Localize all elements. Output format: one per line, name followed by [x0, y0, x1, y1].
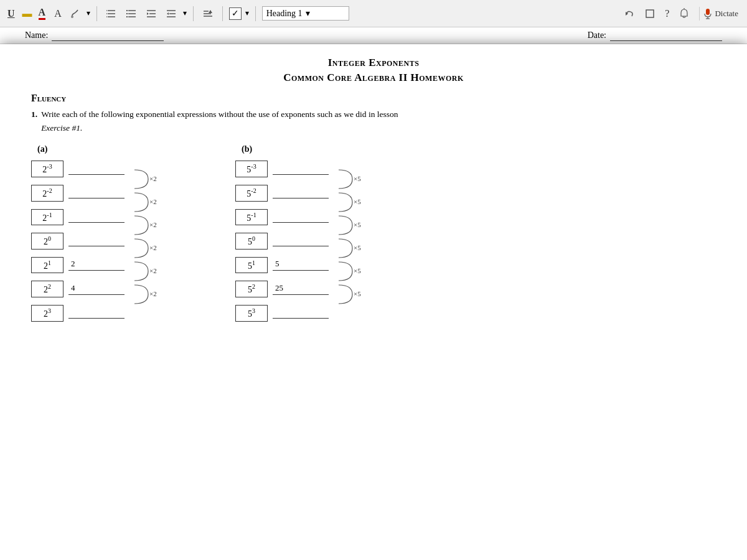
table-row: 23 — [31, 305, 125, 322]
table-row: 5-2 — [235, 185, 329, 202]
underline-button[interactable]: U — [5, 7, 17, 21]
svg-text:×2: ×2 — [149, 198, 157, 205]
answer-line-b6[interactable] — [273, 307, 329, 319]
svg-text:×2: ×2 — [149, 290, 157, 297]
svg-rect-10 — [126, 10, 128, 11]
answer-line-a0[interactable] — [68, 164, 125, 175]
part-b-label: (b) — [242, 144, 252, 154]
answer-line-b2[interactable] — [273, 212, 329, 223]
problem-text-italic: Exercise #1. — [41, 123, 82, 133]
toolbar: U ▬ A A ▾ — [0, 0, 747, 27]
highlight-icon: ▬ — [22, 8, 32, 19]
dropdown-arrow-list[interactable]: ▾ — [183, 9, 187, 18]
name-input[interactable] — [52, 30, 164, 41]
heading-dropdown[interactable]: Heading 1 ▾ — [262, 6, 349, 21]
svg-text:×5: ×5 — [354, 175, 361, 182]
question-icon[interactable]: ? — [662, 7, 672, 21]
answer-line-a5[interactable]: 4 — [68, 284, 125, 295]
part-b-inner: 5-3 5-2 5-1 50 — [235, 161, 365, 335]
svg-rect-12 — [126, 16, 128, 17]
table-row: 52 25 — [235, 281, 329, 297]
answer-line-b4[interactable]: 5 — [273, 259, 329, 271]
expr-box-a5: 22 — [31, 281, 63, 297]
brace-col-a: ×2 ×2 ×2 ×2 ×2 — [129, 161, 161, 335]
dictate-button[interactable]: Dictate — [699, 7, 742, 21]
separator4 — [255, 6, 256, 21]
answer-line-a3[interactable] — [68, 235, 125, 246]
part-a-label: (a) — [37, 144, 47, 154]
section-heading: Fluency — [31, 93, 716, 104]
doc-title-line2: Common Core Algebra II Homework — [31, 72, 716, 84]
svg-rect-26 — [646, 10, 654, 17]
table-row: 2-3 — [31, 161, 125, 177]
expr-box-a1: 2-2 — [31, 185, 63, 202]
table-row: 5-1 — [235, 209, 329, 226]
expr-box-a6: 23 — [31, 305, 63, 322]
answer-line-b0[interactable] — [273, 164, 329, 175]
brace-col-b: ×5 ×5 ×5 ×5 ×5 ×5 — [334, 161, 365, 335]
brace-svg-b: ×5 ×5 ×5 ×5 ×5 ×5 — [334, 167, 365, 329]
answer-line-b3[interactable] — [273, 235, 329, 246]
exercises-wrapper: (a) 2-3 2-2 2-1 — [31, 144, 716, 335]
undo-icon[interactable] — [621, 7, 637, 21]
dropdown-arrow-font[interactable]: ▾ — [87, 9, 90, 18]
date-label: Date: — [588, 30, 606, 40]
table-row: 50 — [235, 233, 329, 250]
expr-list-b: 5-3 5-2 5-1 50 — [235, 161, 329, 325]
table-row: 53 — [235, 305, 329, 322]
name-field: Name: — [25, 30, 164, 41]
paint-icon[interactable] — [68, 7, 83, 20]
table-row: 2-2 — [31, 185, 125, 202]
answer-line-a2[interactable] — [68, 212, 125, 223]
font-a-label: A — [39, 7, 46, 20]
font-color-button2[interactable]: A — [52, 7, 64, 21]
expr-box-b6: 53 — [235, 305, 268, 322]
table-row: 5-3 — [235, 161, 329, 177]
svg-text:×5: ×5 — [354, 267, 361, 274]
table-row: 20 — [31, 233, 125, 250]
table-row: 22 4 — [31, 281, 125, 297]
bell-icon[interactable] — [677, 7, 692, 21]
indent-icon[interactable] — [143, 7, 159, 21]
dropdown-arrow-check[interactable]: ▾ — [245, 9, 249, 18]
name-label: Name: — [25, 30, 48, 40]
svg-rect-11 — [126, 13, 128, 14]
expr-box-b2: 5-1 — [235, 209, 268, 226]
brace-svg-a: ×2 ×2 ×2 ×2 ×2 — [129, 167, 161, 329]
sort-icon[interactable] — [200, 7, 216, 21]
answer-line-b5[interactable]: 25 — [273, 284, 329, 295]
answer-val-b5: 25 — [275, 283, 283, 293]
exercise-col-b: (b) 5-3 5-2 5-1 — [235, 144, 365, 335]
list-icon-1[interactable] — [103, 7, 120, 21]
svg-text:×2: ×2 — [149, 244, 157, 251]
svg-marker-20 — [167, 12, 169, 15]
expr-box-a4: 21 — [31, 257, 63, 274]
expr-list-a: 2-3 2-2 2-1 20 — [31, 161, 125, 325]
font-a2-label: A — [54, 8, 62, 19]
heading-label: Heading 1 — [266, 9, 306, 19]
font-color-button[interactable]: A — [36, 6, 49, 21]
answer-line-a6[interactable] — [68, 307, 125, 319]
svg-text:×2: ×2 — [149, 175, 157, 182]
svg-text:×2: ×2 — [149, 267, 157, 274]
outdent-icon[interactable] — [163, 7, 179, 21]
square-icon[interactable] — [642, 7, 657, 20]
separator1 — [96, 6, 97, 21]
expr-box-b3: 50 — [235, 233, 268, 250]
problem-number: 1. — [31, 108, 37, 134]
answer-line-a4[interactable]: 2 — [68, 259, 125, 271]
answer-val-a4: 2 — [71, 259, 75, 269]
date-field: Date: — [588, 30, 722, 41]
svg-marker-24 — [209, 10, 212, 13]
checkbox-icon[interactable]: ✓ — [229, 7, 242, 20]
part-a-inner: 2-3 2-2 2-1 20 — [31, 161, 161, 335]
list-icon-2[interactable] — [123, 7, 139, 21]
answer-line-b1[interactable] — [273, 187, 329, 198]
svg-text:×2: ×2 — [149, 221, 157, 228]
date-input[interactable] — [610, 30, 722, 41]
dictate-label: Dictate — [715, 9, 738, 19]
svg-marker-16 — [147, 12, 149, 15]
answer-line-a1[interactable] — [68, 187, 125, 198]
expr-box-b5: 52 — [235, 281, 268, 297]
heading-dropdown-arrow: ▾ — [306, 8, 345, 19]
